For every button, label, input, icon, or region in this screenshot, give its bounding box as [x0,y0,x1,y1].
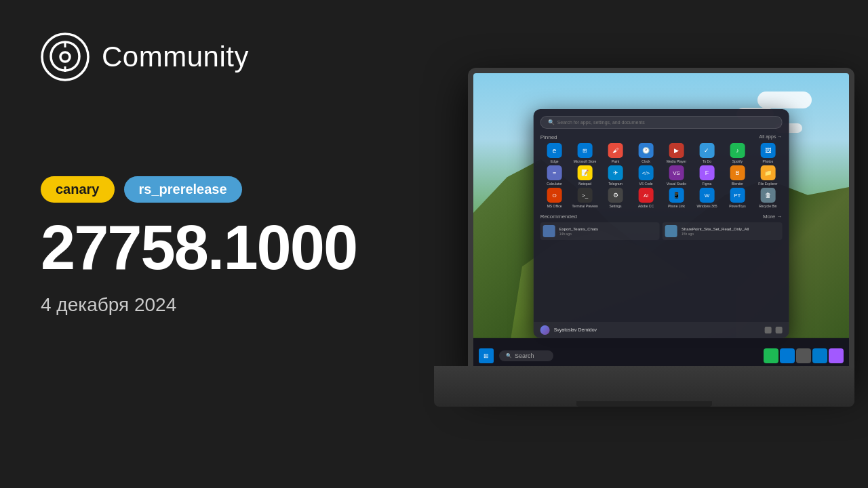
todo-icon: ✓ [699,143,714,158]
powertoys-label: PowerToys [729,204,745,208]
clock-icon: 🕐 [639,143,654,158]
spotify-label: Spotify [732,159,743,163]
spotify-icon: ♪ [730,143,745,158]
start-menu: 🔍 Search for apps, settings, and documen… [534,109,789,338]
visual-studio-label: Visual Studio [667,182,686,186]
rec-item-2[interactable]: SharePoint_Site_Set_Read_Only_All 15h ag… [663,222,782,240]
start-search-bar[interactable]: 🔍 Search for apps, settings, and documen… [540,116,783,129]
pinned-app-powertoys[interactable]: PT PowerToys [723,188,751,208]
laptop-container: 🔍 Search for apps, settings, and documen… [434,68,854,420]
user-name: Svyatoslav Demidov [554,327,761,332]
photos-icon: 🖼 [760,143,775,158]
vscode-icon: </> [639,165,654,180]
adobe-cc-icon: Ai [639,188,654,203]
media-player-icon: ▶ [669,143,684,158]
taskbar-start-button[interactable]: ⊞ [479,348,494,363]
terminal-label: Terminal Preview [572,204,598,208]
taskbar-right-icons [764,348,844,363]
paint-label: Paint [612,159,619,163]
pinned-app-terminal[interactable]: >_ Terminal Preview [571,188,599,208]
rec-text-1: Export_Teams_Chats 14h ago [559,227,657,236]
pinned-app-media[interactable]: ▶ Media Player [663,143,691,163]
left-panel: Community canary rs_prerelease 27758.100… [0,0,434,488]
all-apps-link[interactable]: All apps → [760,134,783,140]
windows365-icon: W [699,188,714,203]
store-icon: ⊞ [578,143,593,158]
pinned-app-spotify[interactable]: ♪ Spotify [723,143,751,163]
edge-label: Edge [551,159,559,163]
pinned-app-phonelink[interactable]: 📱 Phone Link [663,188,691,208]
pinned-app-adobe[interactable]: Ai Adobe CC [632,188,660,208]
pinned-app-store[interactable]: ⊞ Microsoft Store [571,143,599,163]
recommended-label: Recommended [540,214,577,220]
pinned-app-recycle[interactable]: 🗑 Recycle Bin [753,188,782,208]
rec-item-1[interactable]: Export_Teams_Chats 14h ago [540,222,660,240]
todo-label: To Do [703,159,711,163]
pinned-app-calc[interactable]: = Calculator [540,165,569,186]
version-number: 27758.1000 [41,215,393,281]
pinned-app-office[interactable]: O MS Office [540,188,569,208]
laptop-base [434,366,854,407]
telegram-icon: ✈ [608,165,623,180]
media-player-label: Media Player [667,159,686,163]
rec-time-2: 15h ago [682,232,779,236]
rec-icon-2 [665,225,677,237]
vscode-label: VS Code [639,182,653,186]
badge-canary: canary [41,176,115,203]
pinned-app-figma[interactable]: F Figma [692,165,721,186]
phone-link-label: Phone Link [668,204,685,208]
windows365-label: Windows 365 [696,204,717,208]
photos-label: Photos [763,159,774,163]
pinned-app-vs[interactable]: VS Visual Studio [663,165,691,186]
visual-studio-icon: VS [669,165,684,180]
powertoys-icon: PT [730,188,745,203]
file-explorer-label: File Explorer [758,182,777,186]
pinned-app-blender[interactable]: B Blender [723,165,751,186]
pinned-app-edge[interactable]: e Edge [540,143,569,163]
taskbar-app-icon-1[interactable] [764,348,778,363]
windows-desktop: 🔍 Search for apps, settings, and documen… [473,73,849,374]
pinned-label: Pinned [540,134,557,140]
taskbar-app-icon-4[interactable] [812,348,827,363]
footer-action-icons [764,327,782,333]
pinned-app-todo[interactable]: ✓ To Do [692,143,721,163]
figma-label: Figma [702,182,711,186]
clock-label: Clock [642,159,650,163]
pinned-app-clock[interactable]: 🕐 Clock [632,143,660,163]
store-label: Microsoft Store [574,159,597,163]
rec-text-2: SharePoint_Site_Set_Read_Only_All 15h ag… [682,227,779,236]
footer-settings-icon[interactable] [764,327,771,333]
taskbar-app-icon-3[interactable] [796,348,811,363]
pinned-app-explorer[interactable]: 📁 File Explorer [753,165,782,186]
paint-icon: 🖌 [608,143,623,158]
cloud-1 [757,92,812,108]
file-explorer-icon: 📁 [760,165,775,180]
calculator-label: Calculator [547,182,562,186]
phone-link-icon: 📱 [669,188,684,203]
taskbar-app-icon-2[interactable] [780,348,795,363]
edge-icon: e [547,143,562,158]
pinned-app-paint[interactable]: 🖌 Paint [601,143,630,163]
recommended-section: Recommended More → Export_Teams_Chats 14… [540,214,783,240]
pinned-app-telegram[interactable]: ✈ Telegram [601,165,630,186]
taskbar-search[interactable]: 🔍 Search [499,350,553,361]
recycle-bin-icon: 🗑 [760,188,775,203]
settings-icon: ⚙ [608,188,623,203]
figma-icon: F [699,165,714,180]
svg-point-1 [60,52,70,62]
rec-name-2: SharePoint_Site_Set_Read_Only_All [682,227,779,232]
svg-point-0 [42,34,88,80]
pinned-app-w365[interactable]: W Windows 365 [692,188,721,208]
pinned-app-settings[interactable]: ⚙ Settings [601,188,630,208]
pinned-app-notepad[interactable]: 📝 Notepad [571,165,599,186]
start-menu-footer: Svyatoslav Demidov [534,322,789,338]
right-panel: 🔍 Search for apps, settings, and documen… [434,0,868,488]
pinned-section-header: Pinned All apps → [540,134,783,140]
taskbar-app-icon-5[interactable] [829,348,844,363]
pinned-app-vscode[interactable]: </> VS Code [632,165,660,186]
footer-power-icon[interactable] [775,327,782,333]
calculator-icon: = [547,165,562,180]
recycle-bin-label: Recycle Bin [759,204,776,208]
pinned-app-photos[interactable]: 🖼 Photos [753,143,782,163]
more-link[interactable]: More → [763,214,782,220]
